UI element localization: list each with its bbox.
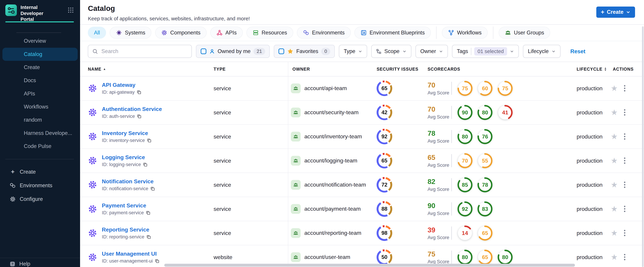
horizontal-scrollbar[interactable] — [164, 264, 575, 267]
favorite-star-icon[interactable]: ★ — [611, 253, 618, 261]
owned-by-me-filter[interactable]: Owned by me 21 — [196, 45, 270, 58]
tab-workflows[interactable]: Workflows — [442, 27, 488, 38]
tags-filter-label: Tags — [457, 48, 468, 54]
kebab-menu-icon[interactable] — [624, 133, 626, 140]
tab-resources[interactable]: Resources — [246, 27, 293, 38]
search-input[interactable] — [102, 48, 187, 54]
entity-name-link[interactable]: Logging Service — [102, 154, 148, 160]
page-subtitle: Keep track of applications, services, we… — [88, 16, 250, 22]
entity-name-link[interactable]: Payment Service — [102, 202, 150, 209]
sidebar-item-docs[interactable]: Docs — [2, 74, 78, 87]
scorecards-cell: 70 Avg Score 756075 — [428, 79, 514, 97]
sidebar-item-harness-develope-[interactable]: Harness Develope... — [2, 126, 78, 140]
sidebar-footer-item-create[interactable]: +Create — [0, 165, 80, 179]
owner-name: account/api-team — [304, 85, 347, 92]
favorites-filter[interactable]: Favorites 0 — [274, 45, 335, 58]
tab-apis[interactable]: APIs — [210, 27, 243, 38]
favorite-star-icon[interactable]: ★ — [611, 157, 618, 164]
security-issues-donut: 88 — [376, 201, 392, 217]
actions-cell: ★ — [611, 181, 626, 188]
sidebar-item-catalog[interactable]: Catalog — [2, 48, 78, 61]
copy-icon[interactable] — [150, 186, 155, 191]
copy-icon[interactable] — [155, 259, 159, 263]
reset-filters-link[interactable]: Reset — [570, 48, 586, 54]
tab-systems[interactable]: Systems — [110, 27, 151, 38]
sidebar-footer-item-label: Create — [20, 169, 36, 175]
copy-icon[interactable] — [137, 114, 141, 118]
column-header-name[interactable]: NAME▲ — [88, 66, 106, 72]
copy-icon[interactable] — [147, 138, 151, 143]
tab-environment-blueprints[interactable]: Environment Blueprints — [354, 27, 431, 38]
kebab-menu-icon[interactable] — [624, 157, 626, 164]
lifecycle-value: production — [577, 85, 602, 92]
entity-name-link[interactable]: User Management UI — [102, 251, 160, 257]
favorite-star-icon[interactable]: ★ — [611, 205, 618, 213]
sidebar-footer-item-label: Environments — [20, 182, 52, 188]
favorite-star-icon[interactable]: ★ — [611, 181, 618, 188]
sidebar-item-random[interactable]: random — [2, 113, 78, 126]
vertical-scrollbar[interactable] — [642, 26, 644, 267]
copy-icon[interactable] — [146, 234, 151, 239]
sidebar-footer-item-configure[interactable]: Configure — [0, 192, 80, 206]
sidebar-item-workflows[interactable]: Workflows — [2, 100, 78, 113]
entity-type: service — [214, 158, 231, 164]
favorite-star-icon[interactable]: ★ — [611, 84, 618, 92]
checkbox-icon[interactable] — [278, 48, 284, 54]
scorecard-ring: 70 — [456, 152, 474, 170]
lifecycle-value: production — [577, 230, 602, 236]
checkbox-icon[interactable] — [200, 48, 207, 54]
tab-user-groups[interactable]: User Groups — [499, 27, 550, 38]
column-header-lifecycle[interactable]: LIFECYCLE ▲▼ — [577, 66, 607, 72]
type-filter-dropdown[interactable]: Type — [339, 45, 367, 58]
column-header-scorecards: SCORECARDS — [428, 66, 460, 72]
security-issues-cell: 50 — [376, 250, 392, 265]
kebab-menu-icon[interactable] — [624, 109, 626, 116]
scorecards-cell: 82 Avg Score 8578 — [428, 176, 494, 194]
kebab-menu-icon[interactable] — [624, 254, 626, 261]
tab-group-divider — [436, 26, 436, 39]
tab-components[interactable]: Components — [155, 27, 207, 38]
entity-type: service — [214, 206, 231, 212]
chevron-down-icon — [626, 10, 630, 14]
entity-name-link[interactable]: Inventory Service — [102, 130, 152, 136]
sidebar-item-help[interactable]: ? Help — [0, 258, 80, 267]
copy-icon[interactable] — [143, 162, 148, 167]
owner-cell: account/reporting-team — [291, 228, 362, 238]
owner-filter-dropdown[interactable]: Owner — [416, 45, 448, 58]
favorite-star-icon[interactable]: ★ — [611, 133, 618, 140]
catalog-kind-tabs: AllSystemsComponentsAPIsResourcesEnviron… — [80, 25, 644, 41]
entity-name-link[interactable]: Reporting Service — [102, 226, 151, 233]
kebab-menu-icon[interactable] — [624, 85, 626, 92]
copy-icon[interactable] — [146, 210, 150, 215]
avg-score-label: Avg Score — [428, 138, 451, 144]
scope-filter-dropdown[interactable]: Scope — [371, 45, 411, 58]
sidebar-item-apis[interactable]: APIs — [2, 87, 78, 100]
sidebar-item-overview[interactable]: Overview — [2, 34, 78, 48]
nav-divider — [16, 32, 61, 33]
kebab-menu-icon[interactable] — [624, 182, 626, 188]
sidebar-footer-item-environments[interactable]: Environments — [0, 179, 80, 192]
sidebar-item-create[interactable]: Create — [2, 61, 78, 74]
tab-environments[interactable]: Environments — [297, 27, 351, 38]
column-header-owner: OWNER — [292, 66, 310, 72]
name-cell: Logging Service ID: logging-service — [88, 154, 148, 167]
tags-filter-dropdown[interactable]: Tags 01 selected — [452, 45, 519, 58]
owner-name: account/inventory-team — [304, 133, 362, 140]
entity-name-link[interactable]: API Gateway — [102, 82, 141, 88]
favorite-star-icon[interactable]: ★ — [611, 229, 618, 237]
sidebar-item-code-pulse[interactable]: Code Pulse — [2, 140, 78, 153]
security-issues-count: 88 — [378, 203, 390, 215]
favorite-star-icon[interactable]: ★ — [611, 108, 618, 116]
entity-name-link[interactable]: Notification Service — [102, 178, 155, 185]
kebab-menu-icon[interactable] — [624, 230, 626, 237]
tab-all[interactable]: All — [88, 27, 106, 38]
create-button[interactable]: + Create — [596, 6, 635, 18]
nav-divider — [5, 159, 74, 159]
entity-name-link[interactable]: Authentication Service — [102, 106, 162, 112]
app-switcher-grid-icon[interactable] — [68, 7, 74, 15]
copy-icon[interactable] — [137, 90, 141, 94]
column-header-security-issues: SECURITY ISSUES — [376, 66, 418, 72]
kebab-menu-icon[interactable] — [624, 206, 626, 212]
lifecycle-filter-dropdown[interactable]: Lifecycle — [523, 45, 560, 58]
avg-score-value: 82 — [428, 178, 451, 186]
